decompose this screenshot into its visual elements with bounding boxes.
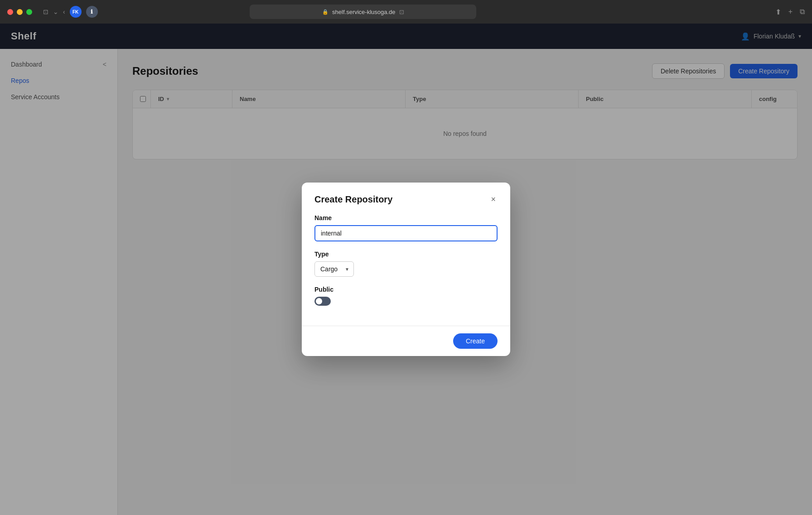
minimize-traffic-light[interactable] [17,9,23,15]
mac-toolbar-right: ⬆ + ⧉ [775,8,805,16]
main-layout: Dashboard < Repos Service Accounts Repos… [0,49,812,515]
back-icon[interactable]: ‹ [63,8,65,15]
reader-icon: ⊡ [399,9,404,15]
mac-controls: ⊡ ⌄ ‹ FK ℹ [43,6,98,18]
mac-chrome: ⊡ ⌄ ‹ FK ℹ 🔒 shelf.service-klusoga.de ⊡ … [0,0,812,24]
maximize-traffic-light[interactable] [26,9,32,15]
name-label: Name [314,214,498,221]
public-form-group: Public [314,286,498,306]
address-bar[interactable]: 🔒 shelf.service-klusoga.de ⊡ [250,5,476,19]
type-select[interactable]: Cargo Maven npm Docker [314,261,354,277]
type-label: Type [314,250,498,258]
create-repository-modal: Create Repository × Name Type [302,183,510,356]
name-input[interactable] [314,225,498,241]
modal-close-button[interactable]: × [489,193,498,205]
url-text: shelf.service-klusoga.de [332,9,395,15]
content-area: Repositories Delete Repositories Create … [118,49,812,515]
new-tab-icon[interactable]: + [788,8,793,16]
share-icon[interactable]: ⬆ [775,8,781,16]
modal-header: Create Repository × [302,183,510,205]
modal-overlay[interactable]: Create Repository × Name Type [118,49,812,515]
type-select-wrapper: Cargo Maven npm Docker [314,261,354,277]
type-form-group: Type Cargo Maven npm Docker [314,250,498,277]
chevron-down-icon[interactable]: ⌄ [53,8,58,15]
modal-footer: Create [302,326,510,356]
modal-title: Create Repository [314,194,392,205]
tabs-icon[interactable]: ⧉ [800,8,805,16]
traffic-lights [7,9,32,15]
public-toggle[interactable] [314,297,331,306]
lock-icon: 🔒 [322,9,329,15]
public-label: Public [314,286,498,293]
sidebar-toggle-icon[interactable]: ⊡ [43,8,48,15]
name-form-group: Name [314,214,498,241]
modal-body: Name Type Cargo Maven npm D [302,205,510,326]
user-avatar: FK [70,6,82,18]
info-icon[interactable]: ℹ [86,6,98,18]
public-toggle-wrapper [314,297,498,306]
create-button[interactable]: Create [453,333,498,349]
app-window: Shelf 👤 Florian Kludaß ▾ Dashboard < Rep… [0,24,812,515]
close-traffic-light[interactable] [7,9,13,15]
